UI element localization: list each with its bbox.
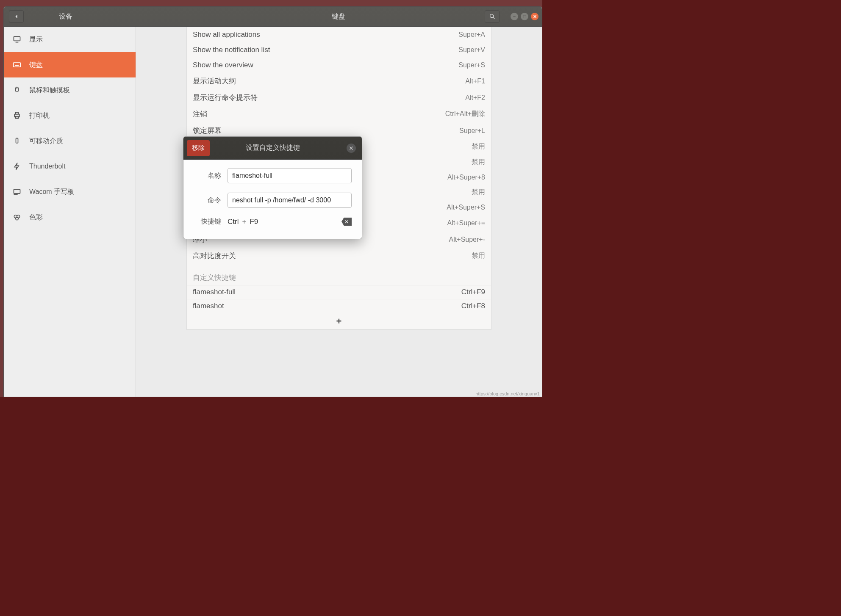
sidebar-item-keyboard[interactable]: 键盘	[4, 52, 136, 77]
shortcut-row[interactable]: 注销Ctrl+Alt+删除	[187, 106, 491, 122]
shortcut-key: Super+A	[458, 31, 485, 39]
svg-line-1	[493, 17, 494, 19]
sidebar-item-label: Thunderbolt	[29, 163, 65, 170]
printer-icon	[12, 111, 22, 120]
sidebar: 显示 键盘 鼠标和触摸板 打印机 可移动介质 Thunderbolt	[4, 27, 136, 397]
svg-rect-2	[14, 36, 20, 41]
back-button[interactable]	[9, 10, 24, 23]
sidebar-item-printer[interactable]: 打印机	[4, 103, 136, 128]
mouse-icon	[12, 86, 22, 95]
search-button[interactable]	[485, 10, 500, 23]
sidebar-item-thunderbolt[interactable]: Thunderbolt	[4, 154, 136, 179]
shortcut-key: Alt+F1	[465, 77, 485, 85]
custom-shortcut-label: flameshot-full	[193, 288, 236, 296]
shortcut-key: 禁用	[472, 142, 485, 151]
panel-title: 设备	[59, 12, 72, 21]
custom-shortcut-key: Ctrl+F9	[461, 288, 485, 296]
shortcut-row[interactable]: 高对比度开关禁用	[187, 248, 491, 264]
shortcut-row[interactable]: Show the notification listSuper+V	[187, 42, 491, 58]
shortcut-key-ctrl: Ctrl	[228, 218, 239, 226]
sidebar-item-removable[interactable]: 可移动介质	[4, 128, 136, 154]
shortcut-key: Alt+F2	[465, 94, 485, 102]
svg-rect-14	[14, 189, 20, 193]
thunderbolt-icon	[12, 162, 22, 171]
watermark: https://blog.csdn.net/xinquanv1	[475, 391, 540, 396]
shortcut-label: 高对比度开关	[193, 251, 236, 261]
sidebar-item-label: Wacom 手写板	[29, 188, 74, 196]
sidebar-item-label: 打印机	[29, 111, 50, 120]
shortcut-key: Super+V	[458, 46, 485, 54]
shortcut-label: Show the notification list	[193, 46, 270, 54]
shortcut-label: Show the overview	[193, 61, 253, 69]
svg-rect-11	[16, 113, 19, 114]
shortcut-key: Super+L	[459, 127, 485, 135]
custom-section-title: 自定义快捷键	[187, 264, 491, 285]
sidebar-item-label: 显示	[29, 35, 43, 44]
page-title: 键盘	[332, 12, 345, 21]
name-label: 名称	[194, 171, 221, 180]
custom-shortcut-label: flameshot	[193, 302, 224, 310]
shortcut-label: 显示运行命令提示符	[193, 93, 258, 102]
backspace-icon: ✕	[344, 219, 349, 225]
usb-icon	[12, 136, 22, 146]
display-icon	[12, 35, 22, 44]
minimize-button[interactable]: –	[511, 13, 518, 20]
command-row: 命令	[194, 193, 352, 208]
svg-point-0	[490, 14, 493, 18]
maximize-button[interactable]: □	[521, 13, 528, 20]
shortcut-key: Alt+Super+=	[447, 219, 485, 227]
custom-shortcut-row[interactable]: flameshotCtrl+F8	[187, 299, 491, 313]
shortcut-row[interactable]: 显示活动大纲Alt+F1	[187, 73, 491, 89]
dialog-header: 移除 设置自定义快捷键	[183, 137, 362, 160]
svg-rect-4	[14, 63, 21, 67]
close-button[interactable]: ✕	[531, 13, 538, 20]
name-input[interactable]	[228, 168, 352, 183]
shortcut-display[interactable]: Ctrl + F9	[228, 218, 258, 226]
dialog-title: 设置自定义快捷键	[246, 144, 300, 152]
command-input[interactable]	[228, 193, 352, 208]
chevron-left-icon	[14, 14, 19, 19]
dialog-body: 名称 命令 快捷键 Ctrl + F9 ✕	[183, 160, 362, 239]
add-shortcut-button[interactable]: +	[187, 313, 491, 329]
sidebar-item-wacom[interactable]: Wacom 手写板	[4, 179, 136, 204]
svg-rect-13	[16, 138, 18, 143]
shortcut-row[interactable]: Show the overviewSuper+S	[187, 58, 491, 73]
window-controls: – □ ✕	[511, 13, 538, 20]
shortcut-key: Ctrl+Alt+删除	[445, 110, 485, 119]
shortcut-row[interactable]: 显示运行命令提示符Alt+F2	[187, 89, 491, 106]
custom-shortcut-dialog: 移除 设置自定义快捷键 名称 命令 快捷键 Ctrl + F9 ✕	[183, 136, 362, 239]
shortcut-label: 锁定屏幕	[193, 126, 222, 135]
sidebar-item-mouse[interactable]: 鼠标和触摸板	[4, 77, 136, 103]
shortcut-plus: +	[242, 218, 246, 226]
sidebar-item-label: 色彩	[29, 213, 43, 222]
sidebar-item-display[interactable]: 显示	[4, 27, 136, 52]
titlebar: 设备 键盘 – □ ✕	[4, 7, 542, 27]
custom-section: flameshot-fullCtrl+F9flameshotCtrl+F8	[187, 285, 491, 313]
shortcut-row[interactable]: Show all applicationsSuper+A	[187, 27, 491, 42]
shortcut-label: 注销	[193, 109, 207, 119]
close-icon	[349, 146, 354, 151]
name-row: 名称	[194, 168, 352, 183]
color-icon	[12, 213, 22, 222]
tablet-icon	[12, 187, 22, 196]
custom-shortcut-key: Ctrl+F8	[461, 302, 485, 310]
shortcut-key: Alt+Super+-	[449, 236, 485, 243]
shortcut-label: 显示活动大纲	[193, 76, 236, 86]
dialog-close-button[interactable]	[347, 144, 356, 153]
custom-shortcut-row[interactable]: flameshot-fullCtrl+F9	[187, 285, 491, 299]
sidebar-item-label: 键盘	[29, 61, 43, 69]
keyboard-icon	[12, 60, 22, 69]
clear-shortcut-button[interactable]: ✕	[341, 218, 352, 226]
shortcut-key: 禁用	[472, 251, 485, 260]
sidebar-item-color[interactable]: 色彩	[4, 204, 136, 230]
svg-point-18	[16, 217, 19, 220]
shortcut-key-f9: F9	[250, 218, 258, 226]
search-icon	[489, 13, 496, 20]
remove-button[interactable]: 移除	[187, 140, 210, 156]
sidebar-item-label: 鼠标和触摸板	[29, 86, 70, 95]
shortcut-label: Show all applications	[193, 30, 260, 39]
shortcut-key: Super+S	[458, 61, 485, 69]
shortcut-label: 快捷键	[194, 217, 221, 226]
sidebar-item-label: 可移动介质	[29, 137, 63, 146]
shortcut-key: 禁用	[472, 188, 485, 197]
